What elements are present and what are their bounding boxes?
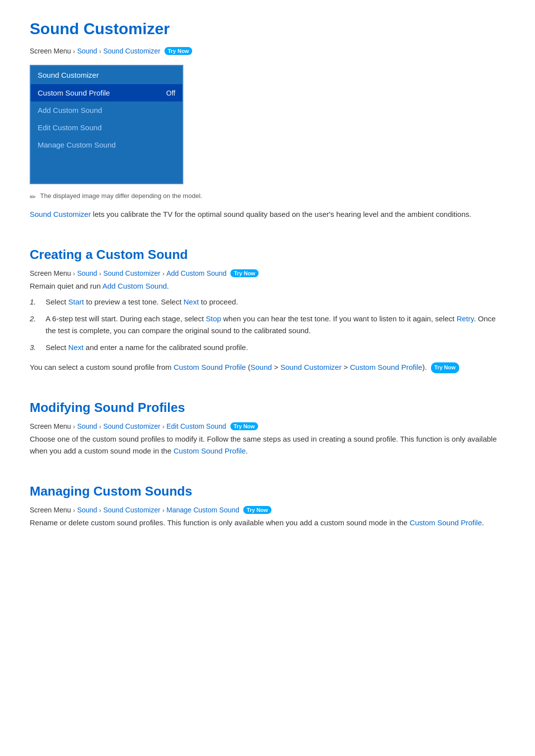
next-link-2[interactable]: Next (68, 343, 84, 352)
bc-creating-add-custom-sound[interactable]: Add Custom Sound (166, 269, 226, 277)
creating-footer-text: You can select a custom sound profile fr… (30, 361, 505, 373)
note-text: The displayed image may differ depending… (40, 192, 202, 200)
bc-creating-screen-menu: Screen Menu (30, 269, 71, 277)
next-link-1[interactable]: Next (184, 298, 199, 306)
breadcrumb-sound-1[interactable]: Sound (77, 47, 97, 55)
modifying-custom-sound-profile-link[interactable]: Custom Sound Profile (173, 447, 246, 455)
try-now-badge-modifying[interactable]: Try Now (230, 422, 259, 430)
footer-sound-link[interactable]: Sound (251, 363, 272, 371)
menu-item-custom-sound-profile[interactable]: Custom Sound Profile Off (31, 84, 182, 101)
bc-man-sound[interactable]: Sound (77, 506, 97, 514)
menu-item-label-custom-sound-profile: Custom Sound Profile (38, 89, 110, 97)
intro-link[interactable]: Sound Customizer (30, 210, 91, 218)
page-title: Sound Customizer (30, 20, 505, 38)
stop-link[interactable]: Stop (206, 314, 221, 323)
breadcrumb-managing: Screen Menu › Sound › Sound Customizer ›… (30, 506, 505, 514)
modifying-body: Choose one of the custom sound profiles … (30, 433, 505, 457)
step-2-text: A 6-step test will start. During each st… (46, 313, 505, 337)
step-1-text: Select Start to preview a test tone. Sel… (46, 296, 238, 308)
bc-man-sound-customizer[interactable]: Sound Customizer (103, 506, 160, 514)
bc-mod-sound-customizer[interactable]: Sound Customizer (103, 422, 160, 430)
start-link[interactable]: Start (68, 298, 84, 306)
step-3-num: 3. (30, 342, 41, 353)
breadcrumb-sep-1: › (73, 48, 75, 55)
breadcrumb-screen-menu: Screen Menu (30, 47, 71, 55)
managing-body: Rename or delete custom sound profiles. … (30, 517, 505, 529)
step-1-num: 1. (30, 296, 41, 308)
footer-custom-sound-profile-link[interactable]: Custom Sound Profile (173, 363, 246, 371)
menu-item-edit-custom-sound[interactable]: Edit Custom Sound (31, 119, 182, 136)
note-row: ✏ The displayed image may differ dependi… (30, 192, 505, 202)
try-now-badge-creating-footer[interactable]: Try Now (431, 362, 459, 373)
step-2: 2. A 6-step test will start. During each… (30, 313, 505, 337)
bc-mod-edit-custom-sound[interactable]: Edit Custom Sound (166, 422, 226, 430)
footer-custom-sound-profile-link-2[interactable]: Custom Sound Profile (350, 363, 423, 371)
try-now-badge-managing[interactable]: Try Now (243, 506, 271, 514)
creating-add-custom-sound-link[interactable]: Add Custom Sound (103, 282, 167, 290)
section-title-creating: Creating a Custom Sound (30, 247, 505, 262)
bc-creating-sound-customizer[interactable]: Sound Customizer (103, 269, 160, 277)
bc-mod-screen-menu: Screen Menu (30, 422, 71, 430)
menu-item-manage-custom-sound[interactable]: Manage Custom Sound (31, 136, 182, 153)
creating-steps: 1. Select Start to preview a test tone. … (30, 296, 505, 353)
section-title-managing: Managing Custom Sounds (30, 484, 505, 499)
pencil-icon: ✏ (30, 193, 36, 202)
bc-creating-sound[interactable]: Sound (77, 269, 97, 277)
step-3-text: Select Next and enter a name for the cal… (46, 342, 248, 353)
step-1: 1. Select Start to preview a test tone. … (30, 296, 505, 308)
retry-link[interactable]: Retry (457, 314, 474, 323)
breadcrumb-sep-2: › (99, 48, 101, 55)
creating-remain-quiet: Remain quiet and run Add Custom Sound. (30, 280, 505, 292)
managing-custom-sound-profile-link[interactable]: Custom Sound Profile (410, 518, 482, 527)
try-now-badge-creating[interactable]: Try Now (230, 269, 259, 277)
breadcrumb-modifying: Screen Menu › Sound › Sound Customizer ›… (30, 422, 505, 430)
bc-mod-sound[interactable]: Sound (77, 422, 97, 430)
menu-item-add-custom-sound[interactable]: Add Custom Sound (31, 101, 182, 119)
menu-item-value-custom-sound-profile: Off (166, 89, 175, 97)
breadcrumb-sound-customizer-1[interactable]: Sound Customizer (103, 47, 160, 55)
menu-box-title: Sound Customizer (31, 66, 182, 84)
bc-man-manage-custom-sound[interactable]: Manage Custom Sound (166, 506, 239, 514)
breadcrumb-creating: Screen Menu › Sound › Sound Customizer ›… (30, 269, 505, 277)
section-title-modifying: Modifying Sound Profiles (30, 400, 505, 415)
intro-suffix: lets you calibrate the TV for the optima… (91, 210, 471, 218)
try-now-badge-main[interactable]: Try Now (164, 47, 193, 55)
step-3: 3. Select Next and enter a name for the … (30, 342, 505, 353)
breadcrumb-main: Screen Menu › Sound › Sound Customizer T… (30, 47, 505, 55)
footer-sound-customizer-link[interactable]: Sound Customizer (280, 363, 341, 371)
bc-man-screen-menu: Screen Menu (30, 506, 71, 514)
menu-box: Sound Customizer Custom Sound Profile Of… (30, 65, 183, 184)
intro-text: Sound Customizer lets you calibrate the … (30, 208, 505, 220)
step-2-num: 2. (30, 313, 41, 337)
